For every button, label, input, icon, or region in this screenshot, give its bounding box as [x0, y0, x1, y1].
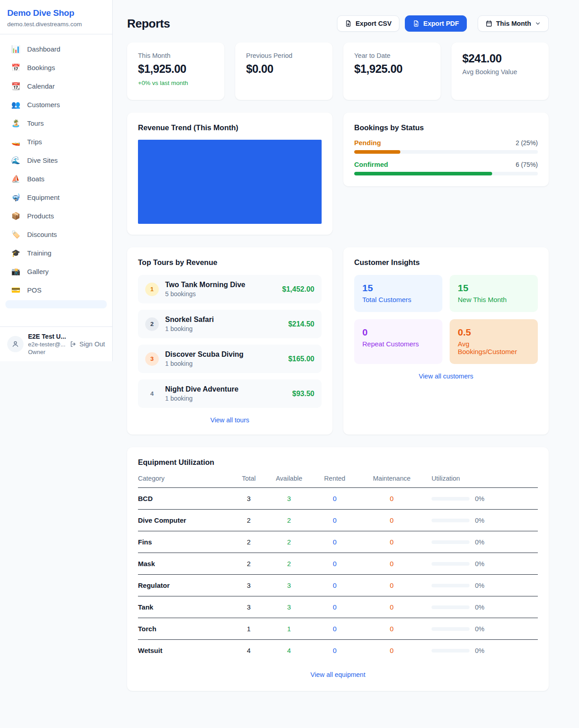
chevron-down-icon [535, 20, 541, 27]
cell-available: 2 [266, 553, 312, 575]
user-role: Owner [28, 349, 65, 355]
cell-utilization: 0% [426, 510, 538, 531]
cell-total: 2 [232, 510, 266, 531]
table-row: Dive Computer 2 2 0 0 0% [138, 510, 538, 531]
cell-available: 3 [266, 575, 312, 596]
period-selector[interactable]: This Month [478, 15, 549, 32]
column-header-total: Total [232, 475, 266, 488]
stat-value: $0.00 [246, 62, 322, 76]
export-csv-button[interactable]: Export CSV [337, 15, 399, 32]
bookings-by-status-title: Bookings by Status [354, 123, 538, 132]
revenue-trend-chart [138, 140, 322, 224]
utilization-percent: 0% [475, 517, 484, 524]
column-header-category: Category [138, 475, 232, 488]
nav-item-label: Boats [27, 175, 44, 183]
view-all-customers-link[interactable]: View all customers [354, 373, 538, 380]
cell-maintenance: 0 [357, 553, 426, 575]
sidebar-nav-item[interactable]: 🎓 Training [5, 245, 107, 261]
sidebar-nav-item[interactable]: 📸 Gallery [5, 263, 107, 280]
user-email: e2e-tester@... [28, 341, 65, 348]
utilization-percent: 0% [475, 604, 484, 611]
cell-category: Regulator [138, 575, 232, 596]
main-content: Reports Export CSV Export PDF This Month [113, 0, 579, 709]
tour-revenue: $93.50 [292, 390, 314, 398]
cell-rented: 0 [312, 553, 357, 575]
status-rows: Pending 2 (25%) Confirmed 6 (75%) [354, 139, 538, 175]
table-row: BCD 3 3 0 0 0% [138, 488, 538, 510]
cell-total: 3 [232, 596, 266, 618]
utilization-progress-track [432, 562, 470, 566]
sidebar-nav-item[interactable]: 📊 Dashboard [5, 41, 107, 57]
utilization-progress-track [432, 540, 470, 544]
sidebar-item-reports-active[interactable] [5, 300, 107, 308]
nav-item-label: Discounts [27, 231, 57, 238]
sign-out-button[interactable]: Sign Out [70, 340, 105, 348]
table-row: Mask 2 2 0 0 0% [138, 553, 538, 575]
stat-avg-booking-value: $241.00 Avg Booking Value [451, 43, 549, 100]
customer-insights-card: Customer Insights 15 Total Customers 15 … [343, 247, 549, 435]
insight-tile: 0.5 Avg Bookings/Customer [450, 319, 538, 364]
sidebar-nav-item[interactable]: 🏝️ Tours [5, 115, 107, 132]
table-row: Wetsuit 4 4 0 0 0% [138, 640, 538, 661]
user-info: E2E Test U... e2e-tester@... Owner [28, 333, 65, 355]
status-label: Confirmed [354, 161, 388, 168]
insight-tile: 0 Repeat Customers [354, 319, 442, 364]
tour-info: Snorkel Safari 1 booking [165, 316, 214, 332]
lists-row: Top Tours by Revenue 1 Two Tank Morning … [127, 247, 549, 435]
equipment-table-header: Category Total Available Rented Maintena… [138, 475, 538, 488]
column-header-utilization: Utilization [426, 475, 538, 488]
cell-rented: 0 [312, 596, 357, 618]
cell-available: 3 [266, 596, 312, 618]
sidebar-nav: 📊 Dashboard 📅 Bookings 📆 Calendar 👥 Cust… [0, 34, 112, 298]
view-all-tours-link[interactable]: View all tours [138, 416, 322, 424]
status-progress-track [354, 172, 538, 175]
insight-label: Total Customers [362, 296, 434, 303]
tour-info: Night Dive Adventure 1 booking [165, 385, 238, 402]
sidebar-nav-item[interactable]: 🌊 Dive Sites [5, 152, 107, 169]
insight-label: Repeat Customers [362, 340, 434, 348]
cell-rented: 0 [312, 531, 357, 553]
stat-value: $241.00 [462, 52, 538, 65]
export-pdf-button[interactable]: Export PDF [405, 15, 467, 32]
table-row: Regulator 3 3 0 0 0% [138, 575, 538, 596]
sidebar-nav-item[interactable]: 🚤 Trips [5, 133, 107, 150]
utilization-percent: 0% [475, 495, 484, 502]
sidebar-nav-item[interactable]: 🤿 Equipment [5, 189, 107, 206]
insight-label: New This Month [458, 296, 530, 303]
cell-maintenance: 0 [357, 488, 426, 510]
equipment-utilization-title: Equipment Utilization [138, 458, 538, 467]
tour-list: 1 Two Tank Morning Dive 5 bookings $1,45… [138, 275, 322, 408]
user-name: E2E Test U... [28, 333, 65, 340]
sidebar-nav-item[interactable]: 💳 POS [5, 282, 107, 298]
tour-list-item[interactable]: 1 Two Tank Morning Dive 5 bookings $1,45… [138, 275, 322, 303]
sidebar-nav-item[interactable]: 📦 Products [5, 208, 107, 224]
tour-list-item[interactable]: 3 Discover Scuba Diving 1 booking $165.0… [138, 345, 322, 373]
nav-item-icon: 🚤 [11, 137, 21, 146]
rank-badge: 2 [145, 317, 159, 331]
sidebar-nav-item[interactable]: 👥 Customers [5, 96, 107, 113]
nav-item-label: Dashboard [27, 45, 60, 53]
sidebar-nav-item[interactable]: 🏷️ Discounts [5, 226, 107, 243]
nav-item-icon: 📊 [11, 45, 21, 53]
cell-category: Tank [138, 596, 232, 618]
utilization-percent: 0% [475, 647, 484, 654]
sidebar-nav-item[interactable]: 📅 Bookings [5, 59, 107, 76]
tour-list-item[interactable]: 4 Night Dive Adventure 1 booking $93.50 [138, 379, 322, 408]
stat-previous-period: Previous Period $0.00 [235, 43, 332, 100]
cell-category: Mask [138, 553, 232, 575]
view-all-equipment-link[interactable]: View all equipment [138, 671, 538, 678]
cell-category: Dive Computer [138, 510, 232, 531]
nav-item-label: Bookings [27, 64, 55, 71]
status-progress-track [354, 150, 538, 154]
nav-item-icon: 🤿 [11, 193, 21, 202]
nav-item-icon: 💳 [11, 286, 21, 294]
tour-name: Discover Scuba Diving [165, 350, 243, 359]
cell-rented: 0 [312, 575, 357, 596]
insight-value: 0.5 [458, 327, 530, 338]
sidebar-nav-item[interactable]: ⛵ Boats [5, 170, 107, 187]
status-value: 2 (25%) [516, 139, 538, 147]
cell-total: 1 [232, 618, 266, 640]
utilization-percent: 0% [475, 560, 484, 567]
sidebar-nav-item[interactable]: 📆 Calendar [5, 78, 107, 95]
tour-list-item[interactable]: 2 Snorkel Safari 1 booking $214.50 [138, 310, 322, 338]
